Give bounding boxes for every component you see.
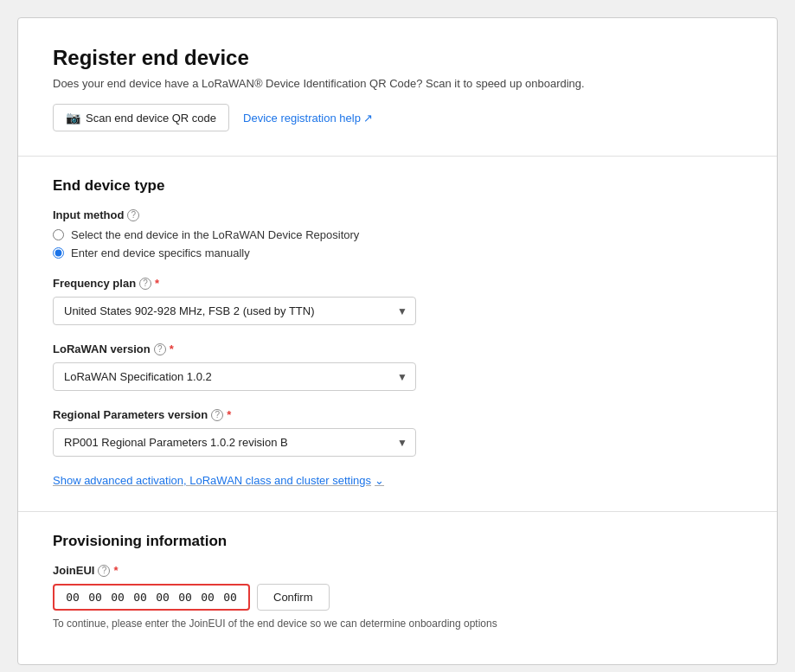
join-eui-helper-text: To continue, please enter the JoinEUI of…: [53, 618, 742, 630]
subtitle: Does your end device have a LoRaWAN® Dev…: [53, 77, 742, 90]
provisioning-divider: [18, 511, 777, 512]
radio-option-repo[interactable]: Select the end device in the LoRaWAN Dev…: [53, 228, 742, 241]
frequency-plan-select[interactable]: United States 902-928 MHz, FSB 2 (used b…: [53, 297, 416, 325]
end-device-type-section: End device type Input method ? Select th…: [53, 177, 742, 487]
regional-required-marker: *: [227, 408, 231, 421]
top-actions: 📷 Scan end device QR code Device registr…: [53, 104, 742, 131]
lorawan-version-select[interactable]: LoRaWAN Specification 1.0.2: [53, 362, 416, 391]
lorawan-required-marker: *: [170, 342, 174, 355]
page-title: Register end device: [53, 46, 742, 70]
lorawan-version-select-wrapper: LoRaWAN Specification 1.0.2 ▼: [53, 362, 416, 391]
provisioning-section: Provisioning information JoinEUI ? *: [53, 533, 742, 630]
eui-octet-2[interactable]: [86, 591, 105, 604]
section-divider: [18, 156, 777, 157]
confirm-button[interactable]: Confirm: [257, 584, 330, 611]
frequency-plan-label: Frequency plan ? *: [53, 277, 742, 290]
join-eui-field: JoinEUI ? * Confirm To: [53, 564, 742, 630]
page-container: Register end device Does your end device…: [17, 17, 778, 665]
regional-params-help-icon[interactable]: ?: [211, 409, 223, 421]
join-eui-input-row: Confirm: [53, 584, 742, 611]
provisioning-title: Provisioning information: [53, 533, 742, 550]
radio-manual-label: Enter end device specifics manually: [71, 246, 250, 259]
eui-octet-4[interactable]: [131, 591, 150, 604]
scan-qr-button[interactable]: 📷 Scan end device QR code: [53, 104, 229, 131]
eui-input-box: [53, 584, 250, 611]
device-registration-help-link[interactable]: Device registration help ↗: [243, 112, 373, 125]
frequency-plan-help-icon[interactable]: ?: [139, 278, 151, 290]
eui-octet-7[interactable]: [198, 591, 217, 604]
regional-params-label: Regional Parameters version ? *: [53, 408, 742, 421]
lorawan-version-help-icon[interactable]: ?: [154, 343, 166, 355]
external-link-icon: ↗: [363, 112, 373, 125]
radio-repo-input[interactable]: [53, 229, 64, 240]
scan-button-label: Scan end device QR code: [86, 112, 216, 125]
end-device-type-title: End device type: [53, 177, 742, 195]
join-eui-label: JoinEUI ? *: [53, 564, 742, 577]
eui-octet-8[interactable]: [221, 591, 240, 604]
regional-params-select[interactable]: RP001 Regional Parameters 1.0.2 revision…: [53, 428, 416, 457]
camera-icon: 📷: [66, 111, 80, 125]
eui-octet-1[interactable]: [63, 591, 82, 604]
regional-params-select-wrapper: RP001 Regional Parameters 1.0.2 revision…: [53, 428, 416, 457]
frequency-required-marker: *: [155, 277, 159, 290]
advanced-link-label: Show advanced activation, LoRaWAN class …: [53, 474, 371, 487]
frequency-plan-select-wrapper: United States 902-928 MHz, FSB 2 (used b…: [53, 297, 416, 325]
help-link-label: Device registration help: [243, 112, 361, 125]
eui-octet-6[interactable]: [176, 591, 195, 604]
eui-octet-3[interactable]: [108, 591, 127, 604]
input-method-radio-group: Select the end device in the LoRaWAN Dev…: [53, 228, 742, 259]
radio-repo-label: Select the end device in the LoRaWAN Dev…: [71, 228, 359, 241]
radio-manual-input[interactable]: [53, 247, 64, 259]
lorawan-version-label: LoRaWAN version ? *: [53, 342, 742, 355]
radio-option-manual[interactable]: Enter end device specifics manually: [53, 246, 742, 259]
join-eui-required-marker: *: [113, 564, 118, 577]
join-eui-help-icon[interactable]: ?: [98, 565, 110, 577]
input-method-label: Input method ?: [53, 208, 742, 221]
input-method-help-icon[interactable]: ?: [127, 209, 139, 221]
advanced-chevron-icon: ⌄: [375, 474, 384, 487]
eui-octet-5[interactable]: [153, 591, 172, 604]
confirm-button-label: Confirm: [273, 591, 313, 604]
advanced-settings-link[interactable]: Show advanced activation, LoRaWAN class …: [53, 474, 742, 487]
